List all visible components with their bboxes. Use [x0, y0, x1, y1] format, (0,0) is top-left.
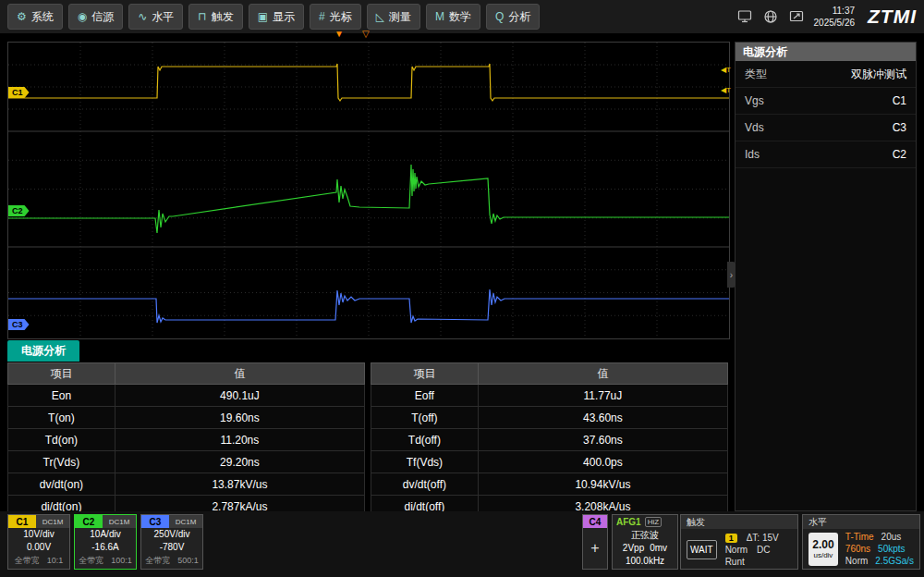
waveform-canvas[interactable]: [8, 43, 729, 338]
toolbar-button-analysis[interactable]: Q 分析: [486, 4, 540, 30]
table-row: Tr(Vds)29.20ns: [8, 451, 365, 473]
network-globe-icon[interactable]: [762, 9, 779, 24]
display-icon: ▣: [258, 10, 268, 23]
measure-icon: ◺: [376, 10, 384, 23]
source-icon: ◉: [78, 10, 87, 23]
row-value: 双脉冲测试: [851, 67, 906, 82]
toolbar-label: 测量: [389, 9, 411, 25]
item-cell: Tr(Vds): [8, 451, 116, 473]
waveform-display[interactable]: C1 C2 C3 ◀T ◀T: [7, 42, 730, 339]
table-row: Td(on)11.20ns: [8, 429, 365, 451]
horizontal-status-box[interactable]: 水平 2.00 us/div T-Time 20us 760ns 50kpts …: [802, 514, 920, 570]
toolbar-button-source[interactable]: ◉ 信源: [68, 4, 123, 30]
timebase-scale[interactable]: 2.00 us/div: [808, 533, 838, 566]
afg-frequency: 100.0kHz: [613, 555, 677, 568]
channel-offset: -16.6A: [75, 541, 136, 554]
math-icon: M: [435, 10, 444, 23]
row-value: C2: [893, 148, 906, 161]
trigger-type: Runt: [725, 557, 745, 567]
toolbar-label: 显示: [273, 9, 295, 25]
item-cell: T(on): [8, 407, 116, 429]
sample-rate: 2.5GSa/s: [875, 556, 914, 566]
add-channel-button[interactable]: +: [583, 528, 607, 569]
bottom-status-bar: C1 DC1M 10V/div 0.00V 全带宽 10:1 C2 DC1M 1…: [0, 511, 924, 577]
results-table-off: 项目 值 Eoff11.77uJ T(off)43.60ns Td(off)37…: [371, 362, 728, 518]
afg-box[interactable]: AFG1 HiZ 正弦波 2Vpp 0mv 100.0kHz: [612, 514, 678, 570]
results-tables: 项目 值 Eon490.1uJ T(on)19.60ns Td(on)11.20…: [7, 362, 728, 518]
screencast-icon[interactable]: [788, 9, 805, 24]
delay-position-marker[interactable]: ▽: [362, 30, 370, 39]
coupling-badge: DC1M: [169, 515, 202, 528]
table-row: Td(off)37.60ns: [371, 429, 728, 451]
trigger-icon: ⊓: [198, 10, 206, 23]
channel-scale: 10V/div: [8, 528, 69, 541]
trigger-box-title: 触发: [681, 515, 797, 529]
col-header-value: 值: [478, 363, 727, 385]
delay-value: 760ns: [845, 544, 870, 554]
afg-name: AFG1: [616, 517, 641, 527]
cursor-icon: #: [319, 10, 325, 23]
item-cell: Td(on): [8, 429, 116, 451]
power-analysis-panel: 电源分析 类型 双脉冲测试 Vgs C1 Vds C3 Ids C2: [735, 42, 917, 511]
item-cell: Eon: [8, 385, 116, 407]
value-cell: 29.20ns: [115, 451, 364, 473]
toolbar-label: 系统: [31, 9, 54, 25]
trigger-mode: Norm: [725, 545, 748, 555]
table-row: dv/dt(on)13.87kV/us: [8, 473, 365, 496]
col-header-value: 值: [115, 363, 364, 385]
toolbar-label: 水平: [152, 9, 174, 25]
channel-name: C2: [75, 515, 103, 528]
channel-scale: 250V/div: [141, 528, 202, 541]
toolbar-button-measure[interactable]: ◺ 测量: [367, 4, 420, 30]
tab-power-analysis[interactable]: 电源分析: [7, 340, 79, 362]
trigger-status: WAIT: [687, 540, 717, 559]
table-row: dv/dt(off)10.94kV/us: [371, 473, 728, 496]
horizontal-wave-icon: ∿: [138, 10, 147, 23]
topbar-right-cluster: 11:37 2025/5/26 ZTMI: [736, 0, 917, 33]
panel-row-vds[interactable]: Vds C3: [736, 115, 916, 141]
trigger-status-box[interactable]: 触发 WAIT 1 ΔT: 15V Norm DC Runt: [680, 514, 798, 570]
row-value: C3: [893, 121, 906, 134]
toolbar-button-system[interactable]: ⚙ 系统: [7, 4, 63, 30]
monitor-icon[interactable]: [736, 9, 753, 24]
channel-box-c3[interactable]: C3 DC1M 250V/div -780V 全带宽 500:1: [140, 514, 203, 570]
channel-box-c1[interactable]: C1 DC1M 10V/div 0.00V 全带宽 10:1: [7, 514, 70, 570]
acquisition-mode: Norm: [845, 556, 868, 566]
toolbar-button-trigger[interactable]: ⊓ 触发: [188, 4, 242, 30]
trigger-position-marker[interactable]: ▼: [334, 30, 344, 39]
toolbar-button-cursor[interactable]: # 光标: [310, 4, 361, 30]
afg-waveform: 正弦波: [613, 529, 677, 542]
impedance-badge: HiZ: [645, 517, 662, 527]
row-label: Vds: [745, 121, 764, 134]
trigger-level-marker[interactable]: ◀T: [721, 67, 731, 74]
toolbar-label: 光标: [330, 9, 352, 25]
table-row: Eon490.1uJ: [8, 385, 365, 407]
panel-row-type[interactable]: 类型 双脉冲测试: [736, 61, 916, 88]
probe-ratio: 100:1: [111, 554, 132, 567]
bandwidth-label: 全带宽: [15, 554, 40, 567]
timebase-unit: us/div: [813, 551, 833, 559]
panel-row-vgs[interactable]: Vgs C1: [736, 88, 916, 115]
item-cell: dv/dt(off): [371, 473, 479, 496]
row-label: Vgs: [745, 94, 764, 107]
row-label: Ids: [745, 148, 760, 161]
panel-collapse-handle[interactable]: ›: [727, 262, 736, 288]
toolbar-button-horizontal[interactable]: ∿ 水平: [128, 4, 183, 30]
toolbar-label: 触发: [212, 9, 234, 25]
item-cell: dv/dt(on): [8, 473, 116, 496]
trigger-coupling: DC: [757, 545, 770, 555]
record-points: 50kpts: [878, 544, 905, 554]
panel-row-ids[interactable]: Ids C2: [736, 141, 916, 168]
bandwidth-label: 全带宽: [145, 554, 170, 567]
value-cell: 43.60ns: [478, 407, 727, 429]
channel-name: C1: [8, 515, 36, 528]
channel-box-c4[interactable]: C4 +: [582, 514, 608, 570]
trigger-level-marker[interactable]: ◀T: [721, 87, 731, 94]
channel-scale: 10A/div: [75, 528, 136, 541]
toolbar-label: 分析: [508, 9, 530, 25]
channel-box-c2[interactable]: C2 DC1M 10A/div -16.6A 全带宽 100:1: [74, 514, 137, 570]
channel-name: C4: [583, 515, 607, 528]
toolbar-button-math[interactable]: M 数学: [426, 4, 480, 30]
table-row: Tf(Vds)400.0ps: [371, 451, 728, 473]
toolbar-button-display[interactable]: ▣ 显示: [249, 4, 304, 30]
